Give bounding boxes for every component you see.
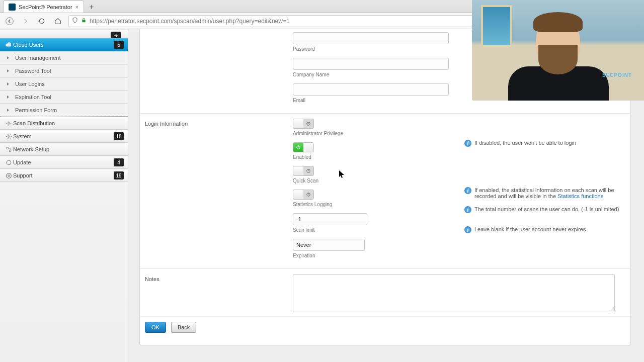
browser-tab[interactable]: SecPoint® Penetrator × xyxy=(3,1,84,13)
info-icon: i xyxy=(464,140,471,147)
field-label: Email xyxy=(293,98,464,103)
tab-close-icon[interactable]: × xyxy=(75,4,78,10)
svg-point-7 xyxy=(8,174,9,176)
company-field[interactable] xyxy=(293,58,449,70)
gear-icon xyxy=(5,133,12,140)
sidebar-item-label: User management xyxy=(15,55,61,61)
new-tab-button[interactable]: + xyxy=(86,2,97,13)
svg-rect-1 xyxy=(82,20,85,22)
sidebar-item-label: Network Setup xyxy=(13,146,49,152)
sidebar-badge: 5 xyxy=(114,41,124,49)
field-label: Statistics Logging xyxy=(293,202,464,207)
sidebar-item-user-logins[interactable]: User Logins xyxy=(0,77,128,90)
mouse-cursor-icon xyxy=(339,170,345,178)
statistics-functions-link[interactable]: Statistics functions xyxy=(557,193,603,199)
nav-reload-button[interactable] xyxy=(36,16,47,27)
webcam-overlay: SECPOINT xyxy=(472,0,644,101)
lock-icon xyxy=(81,18,87,25)
hint-text: The total number of scans the user can d… xyxy=(474,206,619,212)
svg-rect-5 xyxy=(9,150,11,151)
svg-rect-4 xyxy=(7,147,8,149)
hint-text: If enabled, the statistical information … xyxy=(474,187,625,199)
svg-point-6 xyxy=(6,173,11,178)
shield-icon xyxy=(72,17,78,25)
tab-favicon xyxy=(9,4,16,11)
chevron-right-icon xyxy=(7,109,9,112)
sidebar-item-password-tool[interactable]: Password Tool xyxy=(0,64,128,77)
chevron-right-icon xyxy=(7,69,9,72)
field-label: Enabled xyxy=(293,154,464,160)
svg-point-0 xyxy=(6,17,14,25)
sidebar-item-label: Scan Distribution xyxy=(13,120,55,126)
support-icon xyxy=(5,172,12,179)
chevron-right-icon xyxy=(7,82,9,85)
section-label: Notes xyxy=(145,274,293,313)
svg-point-2 xyxy=(8,122,9,124)
chevron-right-icon xyxy=(7,96,9,99)
sidebar-item-support[interactable]: Support 19 xyxy=(0,169,128,182)
statistics-logging-toggle[interactable] xyxy=(293,190,314,200)
distribution-icon xyxy=(5,120,12,127)
email-field[interactable] xyxy=(293,83,449,96)
field-label: Password xyxy=(293,46,464,52)
field-label: Scan limit xyxy=(293,227,464,233)
network-icon xyxy=(5,146,12,153)
nav-home-button[interactable] xyxy=(52,16,63,27)
url-text: https://penetrator.secpoint.com/spscan/a… xyxy=(90,18,290,25)
expiration-field[interactable] xyxy=(293,239,365,251)
enabled-toggle[interactable] xyxy=(293,142,314,152)
hint-text: If disabled, the user won't be able to l… xyxy=(474,140,576,146)
notes-field[interactable] xyxy=(293,274,615,312)
ok-button[interactable]: OK xyxy=(145,322,166,333)
sidebar-item-update[interactable]: Update 4 xyxy=(0,156,128,169)
sidebar-item-scan-distribution[interactable]: Scan Distribution xyxy=(0,117,128,130)
sidebar-item-label: System xyxy=(13,133,32,139)
hint-text: Leave blank if the user account never ex… xyxy=(474,226,586,232)
sidebar-item-label: Expiration Tool xyxy=(15,94,51,100)
sidebar-item-label: Update xyxy=(13,159,31,165)
cloud-icon xyxy=(5,41,12,48)
sidebar-item-label: User Logins xyxy=(15,81,45,87)
chevron-right-icon xyxy=(7,56,9,59)
sidebar-item-permission-form[interactable]: Permission Form xyxy=(0,104,128,117)
sidebar-item-label: Cloud Users xyxy=(13,42,44,48)
sidebar-item-system[interactable]: System 18 xyxy=(0,130,128,143)
info-icon: i xyxy=(464,187,471,194)
scan-limit-field[interactable] xyxy=(293,213,367,225)
info-icon: i xyxy=(464,226,471,233)
back-button[interactable]: Back xyxy=(171,322,196,333)
nav-back-button[interactable] xyxy=(4,16,15,27)
info-icon: i xyxy=(464,206,471,213)
sidebar-item-user-management[interactable]: User management xyxy=(0,51,128,64)
shirt-logo-text: SECPOINT xyxy=(602,72,632,78)
field-label: Quick Scan xyxy=(293,178,464,184)
nav-forward-button[interactable] xyxy=(20,16,31,27)
sidebar-item-label: Support xyxy=(13,172,33,178)
sidebar: Cloud Users 5 User management Password T… xyxy=(0,29,128,362)
quick-scan-toggle[interactable] xyxy=(293,166,314,176)
sidebar-item-cloud-users[interactable]: Cloud Users 5 xyxy=(0,38,128,51)
sidebar-top-row xyxy=(0,29,128,38)
field-label: Administrator Privilege xyxy=(293,131,464,136)
sidebar-badge: 4 xyxy=(114,158,124,166)
field-label: Company Name xyxy=(293,72,464,77)
password-field[interactable] xyxy=(293,32,449,44)
tab-title: SecPoint® Penetrator xyxy=(19,4,72,10)
section-label: Login Information xyxy=(145,119,293,264)
sidebar-badge: 18 xyxy=(114,132,124,140)
refresh-icon xyxy=(5,159,12,166)
sidebar-item-label: Password Tool xyxy=(15,68,51,74)
sidebar-item-label: Permission Form xyxy=(15,107,57,113)
admin-privilege-toggle[interactable] xyxy=(293,119,314,129)
sidebar-item-expiration-tool[interactable]: Expiration Tool xyxy=(0,90,128,104)
sidebar-item-network-setup[interactable]: Network Setup xyxy=(0,143,128,156)
field-label: Expiration xyxy=(293,253,464,258)
sidebar-badge: 19 xyxy=(114,171,124,179)
svg-point-3 xyxy=(8,135,9,137)
